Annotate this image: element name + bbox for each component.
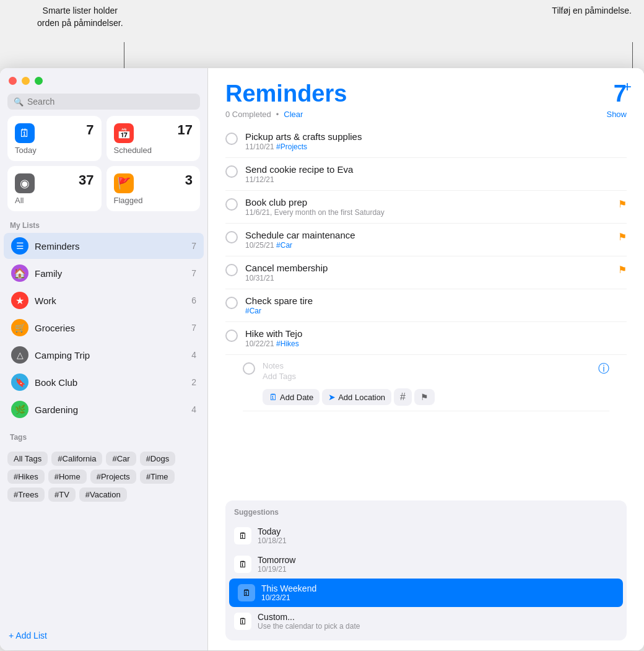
sidebar-item-camping-trip[interactable]: △ Camping Trip 4 (4, 342, 204, 368)
scheduled-icon: 📅 (114, 123, 134, 143)
sidebar-item-work[interactable]: ★ Work 6 (4, 287, 204, 313)
add-reminder-button[interactable]: + (623, 78, 632, 95)
smart-card-today[interactable]: 🗓 7 Today (7, 116, 102, 161)
sidebar-item-reminders[interactable]: ☰ Reminders 7 (4, 233, 204, 259)
maximize-button[interactable] (35, 77, 43, 85)
suggestion-tomorrow-date: 10/19/21 (258, 565, 295, 574)
today-count: 7 (86, 122, 94, 138)
smart-card-flagged[interactable]: 🚩 3 Flagged (107, 166, 201, 211)
main-header: Reminders 7 (208, 68, 644, 107)
reminders-list-count: 7 (191, 241, 196, 251)
sidebar-item-gardening[interactable]: 🌿 Gardening 4 (4, 396, 204, 422)
suggestion-custom[interactable]: 🗓 Custom... Use the calendar to pick a d… (225, 607, 627, 636)
reminder-checkbox-3[interactable] (225, 231, 238, 243)
new-reminder-circle[interactable] (243, 362, 255, 375)
groceries-list-name: Groceries (35, 323, 185, 333)
sidebar-item-family[interactable]: 🏠 Family 7 (4, 260, 204, 286)
reminder-title-2: Book club prep (245, 197, 611, 208)
add-location-button[interactable]: ➤ Add Location (322, 389, 391, 405)
scheduled-count: 17 (178, 122, 193, 138)
add-list-label: + Add List (9, 631, 47, 640)
reminder-checkbox-4[interactable] (225, 264, 238, 276)
add-list-button[interactable]: + Add List (0, 624, 207, 650)
reminder-body-3: Schedule car maintenance 10/25/21 #Car (245, 230, 611, 250)
tag-time[interactable]: #Time (140, 470, 175, 484)
family-list-name: Family (35, 268, 185, 279)
work-list-name: Work (35, 295, 185, 306)
info-icon[interactable]: ⓘ (598, 361, 609, 376)
suggestion-tomorrow-text: Tomorrow 10/19/21 (258, 555, 295, 574)
tag-home[interactable]: #Home (48, 470, 87, 484)
gardening-list-name: Gardening (35, 404, 185, 415)
flag-icon-3: ⚑ (618, 231, 627, 243)
tag-california[interactable]: #California (51, 452, 102, 466)
reminder-title-6: Hike with Tejo (245, 328, 627, 339)
flag-button[interactable]: ⚑ (414, 389, 435, 405)
suggestion-this-weekend[interactable]: 🗓 This Weekend 10/23/21 (229, 579, 623, 607)
add-date-button[interactable]: 🗓 Add Date (263, 389, 320, 405)
suggestion-today-title: Today (258, 526, 287, 536)
reminder-sub-2: 11/6/21, Every month on the first Saturd… (245, 208, 611, 217)
reminders-list-name: Reminders (35, 241, 185, 251)
reminder-checkbox-2[interactable] (225, 198, 238, 211)
book-club-list-count: 2 (191, 377, 196, 387)
reminder-body-1: Send cookie recipe to Eva 11/12/21 (245, 164, 627, 184)
suggestion-custom-icon: 🗓 (234, 613, 251, 630)
suggestion-tomorrow[interactable]: 🗓 Tomorrow 10/19/21 (225, 550, 627, 579)
reminder-checkbox-5[interactable] (225, 297, 238, 309)
table-row: Schedule car maintenance 10/25/21 #Car ⚑ (225, 224, 627, 256)
tags-grid: All Tags #California #Car #Dogs #Hikes #… (7, 452, 200, 502)
add-tags-placeholder: Add Tags (263, 372, 591, 381)
tag-all-tags[interactable]: All Tags (7, 452, 48, 466)
sidebar-item-groceries[interactable]: 🛒 Groceries 7 (4, 315, 204, 341)
search-input[interactable] (27, 97, 194, 107)
sidebar-item-book-club[interactable]: 🔖 Book Club 2 (4, 369, 204, 395)
family-list-icon: 🏠 (11, 264, 28, 282)
tag-trees[interactable]: #Trees (7, 487, 45, 502)
new-reminder-fields: Notes Add Tags 🗓 Add Date ➤ Add Location (263, 361, 591, 411)
scheduled-label: Scheduled (114, 146, 193, 155)
tag-hikes[interactable]: #Hikes (7, 470, 45, 484)
suggestion-tomorrow-title: Tomorrow (258, 555, 295, 565)
sidebar: 🔍 🗓 7 Today 📅 17 Scheduled ◉ 37 All 🚩 (0, 68, 208, 650)
work-list-count: 6 (191, 295, 196, 305)
action-bar: 🗓 Add Date ➤ Add Location # ⚑ (263, 385, 591, 411)
smart-card-all[interactable]: ◉ 37 All (7, 166, 102, 211)
suggestion-today-icon: 🗓 (234, 527, 251, 544)
reminder-checkbox-0[interactable] (225, 133, 238, 145)
groceries-list-count: 7 (191, 323, 196, 333)
add-location-label: Add Location (338, 393, 385, 402)
reminder-sub-5: #Car (245, 307, 627, 315)
close-button[interactable] (9, 77, 17, 85)
reminder-body-2: Book club prep 11/6/21, Every month on t… (245, 197, 611, 217)
reminder-checkbox-1[interactable] (225, 165, 238, 178)
hash-button[interactable]: # (394, 388, 412, 406)
table-row: Check spare tire #Car (225, 289, 627, 322)
tag-dogs[interactable]: #Dogs (140, 452, 176, 466)
flagged-label: Flagged (114, 196, 193, 205)
main-window: 🔍 🗓 7 Today 📅 17 Scheduled ◉ 37 All 🚩 (0, 68, 644, 650)
tag-projects[interactable]: #Projects (90, 470, 136, 484)
all-label: All (15, 196, 94, 205)
tag-tv[interactable]: #TV (48, 487, 76, 502)
flag-icon-2: ⚑ (618, 198, 627, 210)
reminder-sub-4: 10/31/21 (245, 274, 611, 282)
suggestions-header: Suggestions (225, 508, 627, 522)
reminder-checkbox-6[interactable] (225, 330, 238, 342)
main-content: + Reminders 7 0 Completed • Clear Show P… (208, 68, 644, 650)
minimize-button[interactable] (22, 77, 30, 85)
tag-vacation[interactable]: #Vacation (79, 487, 127, 502)
clear-button[interactable]: Clear (284, 110, 303, 119)
reminder-title-5: Check spare tire (245, 295, 627, 306)
show-button[interactable]: Show (606, 110, 627, 119)
completed-bar: 0 Completed • Clear Show (208, 107, 644, 125)
tag-car[interactable]: #Car (106, 452, 136, 466)
suggestion-today[interactable]: 🗓 Today 10/18/21 (225, 522, 627, 550)
table-row: Book club prep 11/6/21, Every month on t… (225, 191, 627, 224)
flagged-icon: 🚩 (114, 173, 134, 193)
reminder-sub-0: 11/10/21 #Projects (245, 142, 627, 151)
search-bar[interactable]: 🔍 (7, 94, 200, 110)
reminders-list: Pickup arts & crafts supplies 11/10/21 #… (208, 125, 644, 500)
smart-card-scheduled[interactable]: 📅 17 Scheduled (107, 116, 201, 161)
smart-cards-grid: 🗓 7 Today 📅 17 Scheduled ◉ 37 All 🚩 3 Fl… (0, 116, 207, 217)
